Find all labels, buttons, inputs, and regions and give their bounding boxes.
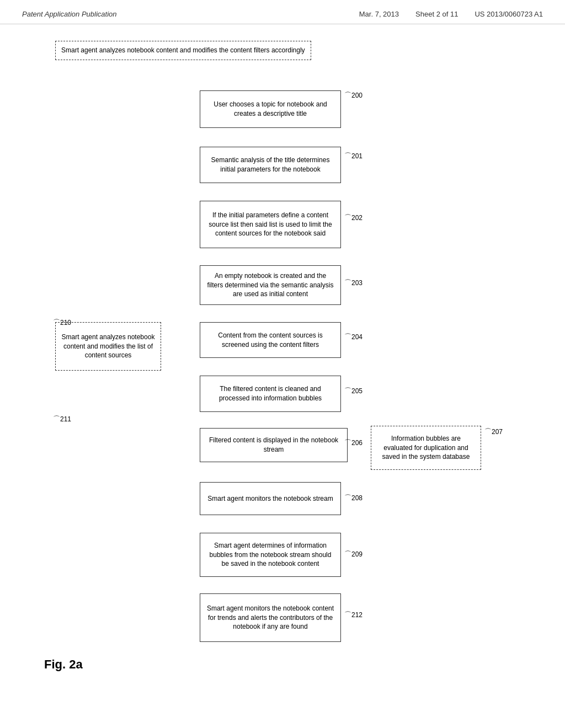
ref-212: ⌒212: [344, 610, 363, 620]
box-204: Content from the content sources is scre…: [200, 322, 341, 358]
fig-label: Fig. 2a: [44, 657, 83, 672]
ref-209: ⌒209: [344, 549, 363, 559]
box-205: The filtered content is cleaned and proc…: [200, 376, 341, 412]
header-date: Mar. 7, 2013: [359, 10, 399, 18]
ref-211: ⌒211: [53, 414, 71, 424]
box-202: If the initial parameters define a conte…: [200, 201, 341, 248]
header-publication-label: Patent Application Publication: [22, 10, 117, 18]
box-200: User chooses a topic for notebook and cr…: [200, 90, 341, 128]
ref-205: ⌒205: [344, 386, 363, 396]
diagram-area: User chooses a topic for notebook and cr…: [0, 24, 565, 74]
box-208: Smart agent monitors the notebook stream: [200, 482, 341, 515]
box-207: Information bubbles are evaluated for du…: [371, 426, 481, 470]
ref-202: ⌒202: [344, 213, 363, 223]
page-header: Patent Application Publication Mar. 7, 2…: [0, 0, 565, 24]
header-patent: US 2013/0060723 A1: [475, 10, 543, 18]
box-209: Smart agent determines of information bu…: [200, 533, 341, 577]
header-sheet: Sheet 2 of 11: [415, 10, 458, 18]
ref-200: ⌒200: [344, 90, 363, 100]
ref-203: ⌒203: [344, 278, 363, 288]
box-206: Filtered content is displayed in the not…: [200, 428, 348, 462]
box-210: Smart agent analyzes notebook content an…: [55, 322, 161, 371]
ref-210: ⌒210: [53, 318, 71, 328]
ref-207: ⌒207: [484, 427, 503, 437]
box-212: Smart agent monitors the notebook conten…: [200, 593, 341, 642]
box-203: An empty notebook is created and the fil…: [200, 265, 341, 305]
header-right: Mar. 7, 2013 Sheet 2 of 11 US 2013/00607…: [359, 10, 543, 18]
ref-204: ⌒204: [344, 332, 363, 342]
box-201: Semantic analysis of the title determine…: [200, 147, 341, 183]
ref-206: ⌒206: [344, 438, 363, 448]
ref-201: ⌒201: [344, 151, 363, 161]
ref-208: ⌒208: [344, 493, 363, 503]
box-211: Smart agent analyzes notebook content an…: [55, 41, 311, 60]
